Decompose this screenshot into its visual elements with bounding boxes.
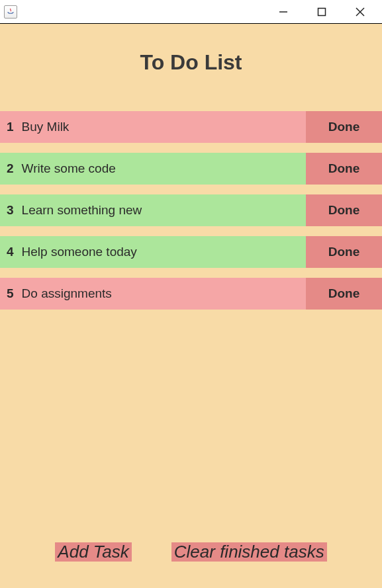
task-body[interactable]: 4 Help someone today xyxy=(0,236,306,268)
svg-rect-1 xyxy=(318,8,326,15)
task-index: 5 xyxy=(7,286,14,301)
task-list: 1 Buy Milk Done 2 Write some code Done 3… xyxy=(0,111,382,310)
task-body[interactable]: 1 Buy Milk xyxy=(0,111,306,143)
task-text: Buy Milk xyxy=(22,120,70,134)
done-button[interactable]: Done xyxy=(306,194,382,226)
task-row: 2 Write some code Done xyxy=(0,153,382,185)
maximize-button[interactable] xyxy=(312,2,332,22)
spacer xyxy=(0,310,382,542)
page-title: To Do List xyxy=(0,24,382,111)
add-task-button[interactable]: Add Task xyxy=(55,542,131,562)
task-text: Learn something new xyxy=(22,203,142,218)
task-index: 2 xyxy=(7,161,14,176)
clear-tasks-button[interactable]: Clear finished tasks xyxy=(171,542,327,562)
java-icon xyxy=(4,5,17,19)
app-body: To Do List 1 Buy Milk Done 2 Write some … xyxy=(0,24,382,588)
task-row: 1 Buy Milk Done xyxy=(0,111,382,143)
task-body[interactable]: 3 Learn something new xyxy=(0,194,306,226)
done-button[interactable]: Done xyxy=(306,153,382,185)
task-index: 4 xyxy=(7,245,14,259)
task-index: 3 xyxy=(7,203,14,218)
task-index: 1 xyxy=(7,120,14,134)
done-button[interactable]: Done xyxy=(306,278,382,310)
minimize-button[interactable] xyxy=(273,2,293,22)
task-row: 5 Do assignments Done xyxy=(0,278,382,310)
task-body[interactable]: 2 Write some code xyxy=(0,153,306,185)
task-text: Do assignments xyxy=(22,286,112,301)
footer: Add Task Clear finished tasks xyxy=(0,542,382,588)
task-text: Help someone today xyxy=(22,245,137,259)
close-button[interactable] xyxy=(350,2,370,22)
titlebar xyxy=(0,0,382,24)
task-row: 3 Learn something new Done xyxy=(0,194,382,226)
done-button[interactable]: Done xyxy=(306,236,382,268)
done-button[interactable]: Done xyxy=(306,111,382,143)
task-text: Write some code xyxy=(22,161,116,176)
task-row: 4 Help someone today Done xyxy=(0,236,382,268)
task-body[interactable]: 5 Do assignments xyxy=(0,278,306,310)
window-controls xyxy=(273,2,378,22)
